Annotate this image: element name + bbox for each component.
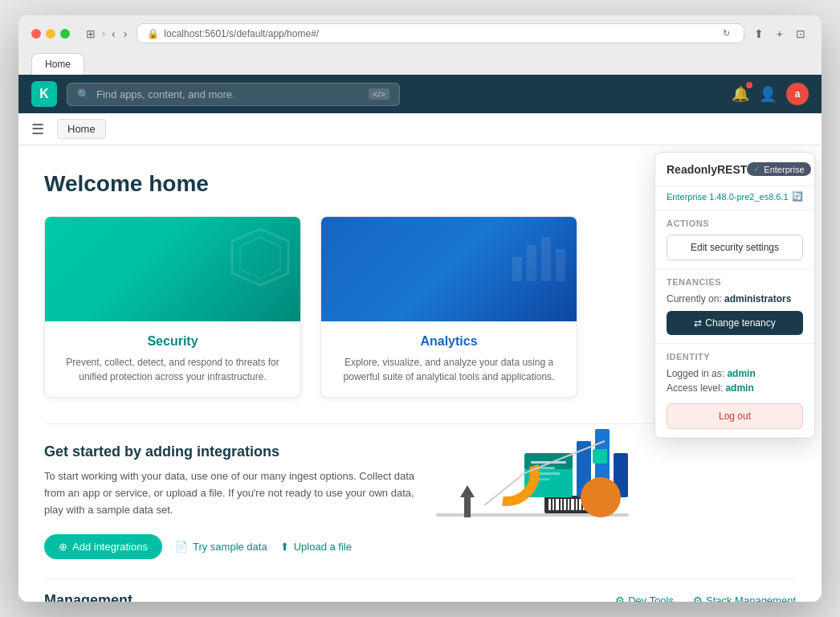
close-window-btn[interactable]	[31, 29, 41, 39]
version-text: Enterprise 1.48.0-pre2_es8.6.1	[667, 192, 789, 202]
security-card-title: Security	[58, 334, 287, 349]
tenancy-value: administrators	[724, 293, 791, 304]
logout-button[interactable]: Log out	[667, 403, 803, 429]
back-btn[interactable]: ‹	[108, 26, 119, 42]
dev-tools-icon: ⚙	[615, 595, 625, 602]
tenancies-label: Tenancies	[667, 277, 803, 287]
analytics-card-image	[321, 217, 577, 321]
svg-rect-17	[576, 499, 577, 510]
integrations-actions: ⊕ Add integrations 📄 Try sample data ⬆ U…	[44, 534, 796, 559]
security-card-image	[45, 217, 300, 321]
check-icon: ✓	[753, 164, 760, 174]
hamburger-menu-icon[interactable]: ☰	[31, 121, 44, 138]
upload-file-button[interactable]: ⬆ Upload a file	[280, 541, 352, 553]
notification-badge	[746, 82, 752, 88]
svg-rect-14	[564, 499, 566, 510]
stack-management-link[interactable]: ⚙ Stack Management	[693, 595, 796, 602]
management-links: ⚙ Dev Tools ⚙ Stack Management	[615, 595, 796, 602]
app-logo: K	[31, 81, 57, 107]
integrations-desc: To start working with your data, use one…	[44, 468, 430, 518]
app-main: Welcome home Security Prevent, collect, …	[18, 145, 822, 602]
svg-rect-4	[541, 237, 551, 281]
svg-rect-3	[527, 245, 536, 281]
analytics-card-body: Analytics Explore, visualize, and analyz…	[321, 321, 577, 397]
refresh-icon: 🔄	[792, 191, 803, 202]
illustration-svg	[420, 409, 645, 537]
user-menu-icon[interactable]: a	[786, 83, 809, 105]
minimize-window-btn[interactable]	[46, 29, 55, 39]
app-subnav: ☰ Home	[18, 113, 822, 145]
upload-icon: ⬆	[280, 541, 289, 553]
address-bar[interactable]: 🔒 localhost:5601/s/default/app/home#/ ↻	[137, 23, 744, 43]
access-level-value: admin	[725, 382, 753, 394]
svg-rect-5	[556, 249, 565, 281]
users-icon[interactable]: 👤	[759, 85, 777, 103]
svg-rect-12	[556, 499, 559, 510]
panel-header: ReadonlyREST ✓ Enterprise	[655, 153, 814, 186]
user-avatar[interactable]: a	[786, 83, 809, 105]
analytics-card[interactable]: Analytics Explore, visualize, and analyz…	[320, 216, 577, 398]
browser-window: ⊞ › ‹ › 🔒 localhost:5601/s/default/app/h…	[18, 15, 822, 602]
edit-security-settings-button[interactable]: Edit security settings	[667, 235, 803, 260]
logged-in-as-value: admin	[727, 368, 755, 379]
svg-rect-15	[568, 499, 569, 510]
home-breadcrumb[interactable]: Home	[57, 119, 106, 139]
plugin-panel: ReadonlyREST ✓ Enterprise Enterprise 1.4…	[654, 152, 815, 439]
svg-rect-16	[571, 499, 574, 510]
browser-titlebar: ⊞ › ‹ › 🔒 localhost:5601/s/default/app/h…	[18, 15, 822, 75]
security-card[interactable]: Security Prevent, collect, detect, and r…	[44, 216, 301, 398]
dev-tools-link[interactable]: ⚙ Dev Tools	[615, 595, 674, 602]
enterprise-badge: ✓ Enterprise	[747, 162, 810, 176]
reload-icon[interactable]: ↻	[719, 27, 734, 39]
svg-rect-13	[561, 499, 562, 510]
management-title: Management	[44, 592, 133, 602]
logo-letter: K	[39, 87, 49, 101]
nav-controls: ⊞ › ‹ ›	[83, 26, 130, 42]
svg-point-30	[581, 477, 621, 517]
identity-label: Identity	[667, 352, 803, 362]
browser-actions: ⬆ + ⊡	[751, 26, 809, 42]
stack-mgmt-icon: ⚙	[693, 595, 703, 602]
url-text: localhost:5601/s/default/app/home#/	[164, 28, 319, 39]
change-tenancy-button[interactable]: ⇄ Change tenancy	[667, 311, 803, 335]
svg-rect-10	[548, 499, 551, 510]
svg-marker-8	[460, 485, 475, 497]
search-bar[interactable]: 🔍 Find apps, content, and more. </>	[67, 83, 400, 106]
swap-icon: ⇄	[694, 317, 702, 329]
panel-identity-section: Identity Logged in as: admin Access leve…	[655, 344, 814, 438]
news-icon[interactable]: 🔔	[732, 85, 749, 103]
analytics-card-title: Analytics	[334, 334, 564, 349]
app-topnav: K 🔍 Find apps, content, and more. </> 🔔 …	[18, 75, 822, 113]
app-container: K 🔍 Find apps, content, and more. </> 🔔 …	[18, 75, 822, 602]
illustration-area	[420, 409, 645, 537]
tenancy-current: Currently on: administrators	[667, 293, 803, 304]
management-section: Management ⚙ Dev Tools ⚙ Stack Managemen…	[44, 578, 796, 602]
panel-actions-section: Actions Edit security settings	[655, 210, 814, 269]
security-card-desc: Prevent, collect, detect, and respond to…	[58, 355, 287, 384]
actions-label: Actions	[667, 219, 803, 228]
tab-switch-icon[interactable]: ⊞	[83, 26, 99, 42]
new-tab-icon[interactable]: +	[773, 26, 786, 42]
browser-controls: ⊞ › ‹ › 🔒 localhost:5601/s/default/app/h…	[31, 23, 809, 43]
access-level-row: Access level: admin	[667, 382, 803, 394]
forward-btn[interactable]: ›	[120, 26, 131, 42]
active-tab[interactable]: Home	[31, 53, 84, 75]
browser-tabs: Home	[31, 50, 809, 75]
svg-rect-29	[593, 449, 607, 464]
search-placeholder-text: Find apps, content, and more.	[96, 88, 235, 100]
share-icon[interactable]: ⬆	[751, 26, 767, 42]
plus-circle-icon: ⊕	[59, 541, 67, 553]
traffic-lights	[31, 29, 70, 39]
security-decoration	[228, 225, 292, 289]
lock-icon: 🔒	[147, 28, 159, 39]
maximize-window-btn[interactable]	[60, 29, 70, 39]
panel-tenancies-section: Tenancies Currently on: administrators ⇄…	[655, 269, 814, 344]
logged-in-as-row: Logged in as: admin	[667, 368, 803, 379]
sidebar-icon[interactable]: ⊡	[793, 26, 809, 42]
search-kbd: </>	[369, 88, 389, 100]
add-integrations-button[interactable]: ⊕ Add integrations	[44, 534, 162, 559]
security-card-body: Security Prevent, collect, detect, and r…	[45, 321, 300, 397]
svg-rect-11	[553, 499, 554, 510]
panel-title: ReadonlyREST	[667, 163, 747, 176]
try-sample-data-button[interactable]: 📄 Try sample data	[175, 541, 267, 553]
